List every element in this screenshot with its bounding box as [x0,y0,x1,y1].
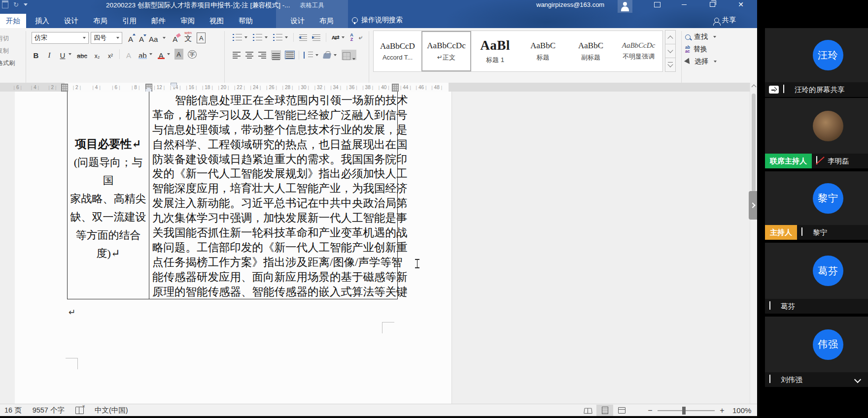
copy-button[interactable]: 复制 [0,47,23,55]
table-cell-label[interactable]: 项目必要性↵ (问题导向；与国家战略、高精尖缺、双一流建设等方面的结合度)↵ [69,135,148,262]
mic-icon[interactable] [816,156,824,166]
participant-tile[interactable]: 黎宁 主持人 黎宁 [765,171,868,240]
mic-icon[interactable] [783,85,791,95]
word-count[interactable]: 9557 个字 [33,406,65,415]
contextual-ribbon-tab[interactable]: 设计 [290,16,305,26]
style-card[interactable]: AaBbCcDc ↵正文 [421,31,471,71]
ribbon-tab[interactable]: 设计 [58,14,84,28]
zoom-slider[interactable] [658,410,715,411]
decrease-indent-icon[interactable] [299,34,307,41]
ribbon-tab[interactable]: 插入 [29,14,55,28]
participant-tile[interactable]: 汪玲 汪玲的屏幕共享 [765,28,868,97]
italic-button[interactable]: I [45,49,54,60]
share-button[interactable]: 共享 [714,16,736,25]
superscript-button[interactable]: x² [106,49,115,60]
styles-scroll-down[interactable] [665,44,676,58]
style-card[interactable]: AaBbC 副标题 [567,31,615,71]
ribbon-tab[interactable]: 审阅 [174,14,201,28]
bullets-icon[interactable] [236,34,242,41]
justify-button[interactable] [271,50,281,60]
page-count[interactable]: 16 页 [4,406,22,415]
align-left-icon[interactable] [233,52,241,58]
align-center-icon[interactable] [245,52,253,58]
phonetic-guide-button[interactable]: wén文 [183,32,193,43]
styles-gallery-more[interactable] [665,58,676,72]
ribbon-tab[interactable]: 邮件 [145,14,172,28]
chevron-down-icon[interactable] [334,54,337,56]
ribbon-tab[interactable]: 开始 [0,14,26,28]
proofing-icon[interactable] [75,407,84,414]
scroll-up-icon[interactable] [752,85,757,90]
font-color-button[interactable]: A [157,49,166,60]
panel-collapse-handle[interactable] [749,191,757,220]
table-cell-body[interactable]: 智能信息处理正在全球范围内引领一场新的技术革命，机器学习以及人工智能已经被广泛融… [152,93,393,299]
character-border-button[interactable]: A [197,32,206,43]
participant-tile[interactable]: 葛芬 葛芬 [765,243,868,314]
participant-tile[interactable]: 联席主持人 李明磊 [765,98,868,168]
chevron-down-icon[interactable] [285,36,288,38]
replace-button[interactable]: abac 替换 [685,45,717,54]
format-painter-button[interactable]: 格式刷 [0,59,23,67]
highlight-button[interactable]: ab [138,49,148,60]
character-shading-button[interactable]: A [174,49,183,60]
document-area[interactable]: 项目必要性↵ (问题导向；与国家战略、高精尖缺、双一流建设等方面的结合度)↵ 智… [0,92,750,404]
zoom-level[interactable]: 100% [732,406,751,415]
font-name-combo[interactable]: 仿宋 [32,32,89,44]
chevron-down-icon[interactable] [167,53,170,55]
vertical-scrollbar[interactable] [750,83,758,404]
zoom-out-button[interactable]: − [647,406,654,415]
print-layout-button[interactable] [596,405,613,416]
increase-indent-icon[interactable] [312,34,320,41]
ribbon-tab[interactable]: 帮助 [233,14,259,28]
web-layout-button[interactable] [613,405,630,416]
change-case-button[interactable]: Aa [148,32,159,43]
maximize-button[interactable] [705,0,720,9]
clear-formatting-button[interactable]: A [171,32,179,43]
style-card[interactable]: AaBl 标题 1 [471,31,519,71]
ribbon-display-options-button[interactable] [650,0,664,9]
asian-layout-button[interactable]: ᴀ⇄ [332,34,339,41]
ribbon-tab[interactable]: 视图 [204,14,230,28]
close-button[interactable]: ✕ [733,0,748,9]
ribbon-tab[interactable]: 引用 [116,14,142,28]
shrink-font-button[interactable]: A [137,32,146,43]
numbering-icon[interactable] [256,34,262,41]
chevron-down-icon[interactable] [244,36,247,38]
read-mode-button[interactable] [580,405,596,416]
zoom-in-button[interactable]: + [719,406,726,415]
account-avatar[interactable] [618,0,632,13]
cut-button[interactable]: 剪切 [0,34,23,43]
multilevel-list-icon[interactable] [276,34,282,41]
align-right-icon[interactable] [258,52,266,58]
style-card[interactable]: AaBbCcDc 不明显强调 [615,31,662,71]
zoom-slider-thumb[interactable] [682,407,686,415]
borders-button[interactable] [342,50,356,60]
chevron-down-icon[interactable] [265,36,268,38]
line-spacing-icon[interactable] [308,52,313,59]
style-card[interactable]: AaBbCcD Accord T... [374,31,421,71]
subscript-button[interactable]: x₂ [93,49,102,60]
chevron-down-icon[interactable] [854,376,861,383]
chevron-down-icon[interactable] [315,54,318,56]
font-size-combo[interactable]: 四号 [91,32,122,44]
underline-button[interactable]: U [58,49,67,60]
table-column-marker[interactable] [61,84,68,92]
distribute-icon[interactable] [286,52,294,58]
save-icon[interactable] [2,0,8,8]
ribbon-tab[interactable]: 布局 [87,14,113,28]
minimize-button[interactable] [677,0,692,9]
styles-scroll-up[interactable] [665,30,676,44]
chevron-down-icon[interactable] [149,53,152,55]
participant-tile[interactable]: 伟强 刘伟强 [765,317,868,387]
table-column-marker[interactable] [392,84,399,92]
style-card[interactable]: AaBbC 标题 [519,31,567,71]
show-marks-button[interactable]: ⤶ [359,33,362,41]
redo-icon[interactable]: ↻ [13,1,19,8]
shading-icon[interactable] [323,53,331,59]
select-button[interactable]: 选择 [685,57,717,66]
chevron-down-icon[interactable] [163,37,166,39]
account-email[interactable]: wangirpizess@163.com [536,1,604,8]
mic-icon[interactable] [769,375,777,385]
chevron-down-icon[interactable] [69,53,71,55]
mic-icon[interactable] [769,301,777,311]
